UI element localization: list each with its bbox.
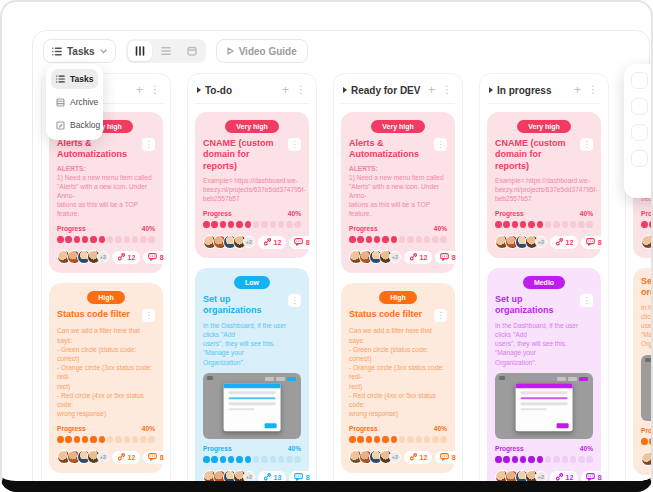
comments-count-pill[interactable]: 8 bbox=[581, 471, 606, 484]
assignee-avatars[interactable]: +2 bbox=[495, 235, 547, 249]
collapse-arrow-icon[interactable] bbox=[489, 87, 493, 93]
avatar-overflow-count[interactable]: +2 bbox=[97, 451, 109, 463]
progress-dot bbox=[537, 221, 544, 229]
comment-icon bbox=[586, 473, 595, 481]
card-menu-icon[interactable]: ⋮ bbox=[434, 138, 447, 151]
task-card[interactable]: Very highCNAME (custom domain for report… bbox=[195, 112, 309, 258]
attachment-screenshot[interactable] bbox=[203, 373, 301, 439]
task-list-icon bbox=[52, 47, 62, 56]
card-title: CNAME (custom domain for reports) bbox=[495, 138, 576, 172]
card-menu-icon[interactable]: ⋮ bbox=[434, 309, 447, 322]
attachment-screenshot[interactable] bbox=[641, 355, 653, 421]
card-menu-icon[interactable]: ⋮ bbox=[288, 138, 301, 151]
assignee-avatars[interactable]: +2 bbox=[641, 235, 653, 249]
dropdown-item-tasks[interactable]: Tasks bbox=[51, 69, 98, 89]
collapse-arrow-icon[interactable] bbox=[197, 87, 201, 93]
thumb-logo bbox=[645, 358, 651, 362]
avatar-overflow-count[interactable]: +2 bbox=[535, 471, 547, 483]
column-menu-icon[interactable]: ⋮ bbox=[295, 85, 307, 95]
links-count-pill[interactable]: 12 bbox=[550, 236, 578, 249]
comments-count-pill[interactable]: 8 bbox=[289, 471, 314, 484]
card-menu-icon[interactable]: ⋮ bbox=[580, 138, 593, 151]
avatar-overflow-count[interactable]: +2 bbox=[389, 251, 401, 263]
card-menu-icon[interactable]: ⋮ bbox=[142, 138, 155, 151]
progress-dot bbox=[357, 236, 364, 244]
task-card[interactable]: HighStatus code filter⋮Can we add a filt… bbox=[341, 283, 455, 473]
video-guide-button[interactable]: Video Guide bbox=[216, 39, 308, 63]
task-card[interactable]: Very highCNAME (custom domain for report… bbox=[487, 112, 601, 258]
progress-dot bbox=[286, 456, 293, 464]
progress-dot bbox=[586, 456, 593, 464]
panel-action-button[interactable] bbox=[631, 98, 648, 115]
progress-label: Progress bbox=[349, 225, 378, 232]
panel-action-button[interactable] bbox=[631, 150, 648, 167]
add-card-button[interactable]: + bbox=[426, 84, 437, 96]
task-card[interactable]: Very highAlerts & Automatizations⋮ALERTS… bbox=[341, 112, 455, 273]
assignee-avatars[interactable]: +2 bbox=[203, 235, 255, 249]
dropdown-item-backlog[interactable]: Backlog bbox=[51, 115, 98, 135]
progress-dot bbox=[528, 456, 535, 464]
assignee-avatars[interactable]: +2 bbox=[349, 450, 401, 464]
board-selector-dropdown-trigger[interactable]: Tasks bbox=[43, 39, 116, 63]
card-title: Alerts & Automatizations bbox=[349, 138, 430, 161]
avatar-overflow-count[interactable]: +2 bbox=[97, 251, 109, 263]
list-view-button[interactable] bbox=[154, 41, 178, 61]
card-footer: +2128 bbox=[495, 235, 593, 249]
comments-count: 8 bbox=[160, 254, 164, 261]
avatar-overflow-count[interactable]: +2 bbox=[243, 471, 255, 483]
task-card[interactable]: LowSet up organizations⋮In the Dashboard… bbox=[195, 268, 309, 492]
card-footer: +2128 bbox=[641, 235, 653, 249]
assignee-avatars[interactable]: +2 bbox=[495, 470, 547, 484]
links-count-pill[interactable]: 12 bbox=[112, 251, 140, 264]
comments-count-pill[interactable]: 8 bbox=[435, 251, 460, 264]
assignee-avatars[interactable]: +2 bbox=[57, 250, 109, 264]
links-count-pill[interactable]: 12 bbox=[404, 251, 432, 264]
avatar[interactable] bbox=[641, 452, 653, 466]
panel-action-button[interactable] bbox=[631, 124, 648, 141]
panel-action-button[interactable] bbox=[631, 72, 648, 89]
assignee-avatars[interactable]: +2 bbox=[641, 452, 653, 466]
kanban-view-button[interactable] bbox=[128, 41, 152, 61]
progress-dots bbox=[495, 456, 593, 464]
calendar-view-button[interactable] bbox=[180, 41, 204, 61]
comments-count-pill[interactable]: 8 bbox=[581, 236, 606, 249]
links-count: 12 bbox=[128, 254, 136, 261]
collapse-arrow-icon[interactable] bbox=[343, 87, 347, 93]
progress-row: Progress40% bbox=[495, 210, 593, 217]
links-count-pill[interactable]: 12 bbox=[112, 451, 140, 464]
task-card[interactable]: MedioCustom subscription (new pricing pa… bbox=[49, 483, 163, 492]
add-card-button[interactable]: + bbox=[280, 84, 291, 96]
links-count-pill[interactable]: 12 bbox=[404, 451, 432, 464]
column-header: Ready for DEV+⋮ bbox=[341, 82, 455, 96]
task-card[interactable]: HighStatus code filter⋮Can we add a filt… bbox=[49, 283, 163, 473]
column-menu-icon[interactable]: ⋮ bbox=[441, 85, 453, 95]
dropdown-item-archive[interactable]: Archive bbox=[51, 92, 98, 112]
avatar-overflow-count[interactable]: +2 bbox=[535, 236, 547, 248]
comments-count-pill[interactable]: 8 bbox=[143, 251, 168, 264]
assignee-avatars[interactable]: +2 bbox=[203, 470, 255, 484]
comments-count-pill[interactable]: 8 bbox=[289, 236, 314, 249]
avatar-overflow-count[interactable]: +2 bbox=[389, 451, 401, 463]
add-card-button[interactable]: + bbox=[572, 84, 583, 96]
avatar-overflow-count[interactable]: +2 bbox=[243, 236, 255, 248]
links-count-pill[interactable]: 12 bbox=[550, 471, 578, 484]
comments-count-pill[interactable]: 8 bbox=[435, 451, 460, 464]
column-menu-icon[interactable]: ⋮ bbox=[587, 85, 599, 95]
attachment-screenshot[interactable] bbox=[495, 373, 593, 439]
add-card-button[interactable]: + bbox=[134, 84, 145, 96]
column-menu-icon[interactable]: ⋮ bbox=[149, 85, 161, 95]
task-card[interactable]: MedioSet up organizations⋮In the Dashboa… bbox=[487, 268, 601, 492]
assignee-avatars[interactable]: +2 bbox=[57, 450, 109, 464]
task-card[interactable]: MedioCustom subscription (new pricing pa… bbox=[341, 483, 455, 492]
dropdown-item-label: Backlog bbox=[70, 120, 100, 130]
card-menu-icon[interactable]: ⋮ bbox=[288, 294, 301, 307]
assignee-avatars[interactable]: +2 bbox=[349, 250, 401, 264]
task-card[interactable]: Set up organizations⋮In the Dashboard, i… bbox=[633, 268, 653, 475]
avatar[interactable] bbox=[641, 235, 653, 249]
comments-count-pill[interactable]: 8 bbox=[143, 451, 168, 464]
card-menu-icon[interactable]: ⋮ bbox=[142, 309, 155, 322]
links-count-pill[interactable]: 12 bbox=[258, 236, 286, 249]
card-menu-icon[interactable]: ⋮ bbox=[580, 294, 593, 307]
links-count-pill[interactable]: 13 bbox=[258, 471, 286, 484]
progress-row: Progress40% bbox=[349, 425, 447, 432]
